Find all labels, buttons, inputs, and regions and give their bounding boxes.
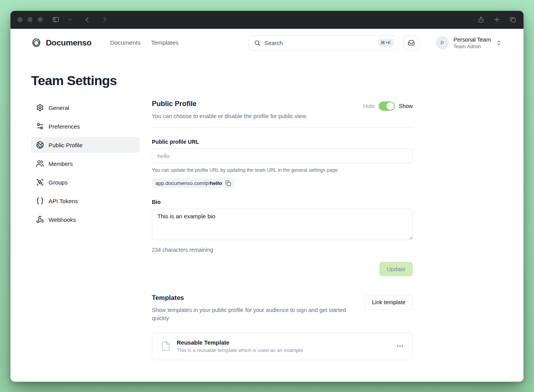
url-field-label: Public profile URL	[152, 139, 413, 145]
tab-overview-button[interactable]	[509, 16, 517, 23]
sidebar-item-label: Members	[49, 160, 73, 167]
team-role: Team Admin	[454, 44, 491, 49]
inbox-button[interactable]	[404, 35, 419, 51]
bio-textarea[interactable]: This is an example bio	[152, 209, 413, 240]
sidebar-item-groups[interactable]: Groups	[31, 174, 140, 190]
sidebar-item-members[interactable]: Members	[31, 156, 140, 171]
section-divider	[152, 127, 413, 128]
link-template-button[interactable]: Link template	[365, 295, 413, 310]
full-url-prefix: app.documenso.com/p/	[155, 180, 210, 186]
search-shortcut-badge: ⌘+K	[378, 39, 394, 47]
search-icon	[254, 40, 261, 46]
browser-titlebar	[10, 11, 524, 29]
nav-templates[interactable]: Templates	[151, 39, 179, 46]
sidebar-item-public-profile[interactable]: Public Profile	[31, 137, 140, 153]
back-button[interactable]	[83, 16, 91, 23]
section-title: Public Profile	[152, 100, 307, 108]
chevrons-up-down-icon	[496, 40, 502, 46]
more-options-button[interactable]	[396, 342, 404, 350]
avatar: P	[436, 36, 449, 49]
sidebar-item-preferences[interactable]: Preferences	[31, 118, 140, 134]
templates-title: Templates	[152, 294, 364, 302]
brand[interactable]: Documenso	[31, 38, 92, 48]
app-surface: Documenso Documents Templates ⌘+K P	[10, 29, 524, 382]
bio-field-label: Bio	[152, 199, 413, 205]
sidebar-item-general[interactable]: General	[31, 100, 140, 115]
sidebar-item-label: Groups	[49, 179, 68, 186]
sidebar-toggle-icon[interactable]	[52, 16, 59, 23]
update-button[interactable]: Update	[379, 262, 413, 276]
sidebar-item-label: Webhooks	[49, 216, 76, 223]
share-button[interactable]	[477, 16, 485, 23]
templates-description: Show templates in your public profile fo…	[152, 306, 364, 322]
team-selector[interactable]: P Personal Team Team Admin	[436, 36, 502, 49]
forward-button[interactable]	[101, 16, 108, 23]
minimize-button[interactable]	[28, 17, 33, 22]
sliders-icon	[36, 122, 44, 130]
full-url-slug: hello	[210, 180, 222, 186]
sidebar-item-api-tokens[interactable]: API Tokens	[31, 193, 140, 209]
inbox-icon	[408, 39, 415, 46]
file-icon	[161, 341, 171, 351]
new-tab-button[interactable]	[493, 16, 501, 23]
toggle-off-label: Hide	[363, 103, 375, 109]
webhook-icon	[36, 216, 44, 223]
search-input[interactable]	[264, 40, 378, 46]
template-card-description: This is a reusable template which is use…	[177, 347, 303, 353]
window-controls	[17, 17, 43, 22]
section-description: You can choose to enable or disable the …	[152, 112, 307, 120]
zoom-button[interactable]	[38, 17, 43, 22]
globe-icon	[36, 141, 44, 149]
chevron-down-icon[interactable]	[68, 17, 73, 22]
sidebar-item-label: General	[49, 105, 69, 111]
team-name: Personal Team	[454, 37, 491, 43]
gear-icon	[36, 104, 44, 112]
browser-window: Documenso Documents Templates ⌘+K P	[10, 11, 524, 382]
template-card-title: Reusable Template	[177, 339, 303, 346]
full-url-chip: app.documenso.com/p/hello	[152, 178, 235, 188]
templates-section: Templates Show templates in your public …	[152, 294, 413, 360]
characters-remaining: 234 characters remaining	[152, 247, 413, 253]
sidebar-item-label: Preferences	[49, 123, 80, 130]
sidebar-item-webhooks[interactable]: Webhooks	[31, 212, 140, 227]
settings-main: Public Profile You can choose to enable …	[152, 100, 413, 360]
group-icon	[36, 178, 44, 186]
profile-visibility-control: Hide Show	[363, 101, 413, 111]
sidebar-item-label: API Tokens	[49, 198, 78, 204]
sidebar-item-label: Public Profile	[49, 142, 83, 148]
documenso-logo-icon	[31, 38, 42, 48]
nav-documents[interactable]: Documents	[110, 39, 141, 46]
search-bar[interactable]: ⌘+K	[249, 35, 397, 51]
app-header: Documenso Documents Templates ⌘+K P	[31, 29, 502, 57]
page-title: Team Settings	[31, 73, 502, 88]
braces-icon	[36, 197, 44, 205]
public-profile-url-input[interactable]	[152, 148, 413, 163]
brand-name: Documenso	[46, 38, 92, 47]
template-card: Reusable Template This is a reusable tem…	[152, 333, 413, 360]
close-button[interactable]	[17, 17, 23, 22]
users-icon	[36, 160, 44, 167]
url-helper-text: You can update the profile URL by updati…	[152, 167, 413, 173]
main-nav: Documents Templates	[110, 39, 179, 46]
titlebar-divider	[63, 16, 64, 23]
copy-url-button[interactable]	[225, 180, 231, 186]
settings-sidebar: General Preferences Public Profile	[31, 100, 140, 360]
profile-visibility-toggle[interactable]	[379, 101, 395, 111]
toggle-on-label: Show	[399, 103, 413, 109]
ellipsis-icon	[396, 342, 404, 350]
toggle-knob	[386, 102, 394, 110]
